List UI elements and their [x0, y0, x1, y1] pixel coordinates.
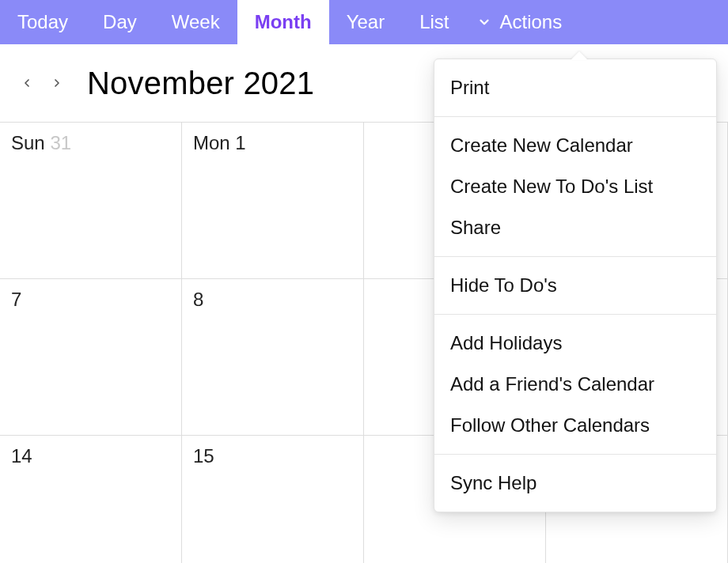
day-prefix: Sun	[11, 132, 50, 153]
actions-dropdown: Print Create New Calendar Create New To …	[434, 59, 717, 512]
dropdown-section: Print	[434, 59, 716, 116]
day-number: 8	[193, 289, 203, 310]
day-number: 14	[11, 445, 32, 467]
toolbar-day[interactable]: Day	[85, 0, 154, 44]
action-hide-todos[interactable]: Hide To Do's	[434, 265, 716, 306]
action-sync-help[interactable]: Sync Help	[434, 463, 716, 504]
toolbar-year[interactable]: Year	[329, 0, 403, 44]
day-number: 1	[235, 132, 245, 153]
action-create-new-calendar[interactable]: Create New Calendar	[434, 125, 716, 166]
dropdown-section: Create New Calendar Create New To Do's L…	[434, 116, 716, 256]
day-number: 15	[193, 445, 214, 467]
action-add-friends-calendar[interactable]: Add a Friend's Calendar	[434, 364, 716, 405]
calendar-cell[interactable]: Mon 1	[182, 123, 364, 278]
toolbar-actions-label: Actions	[499, 11, 562, 33]
calendar-cell[interactable]: 14	[0, 436, 182, 563]
toolbar-week[interactable]: Week	[154, 0, 237, 44]
action-share[interactable]: Share	[434, 207, 716, 248]
month-title: November 2021	[87, 66, 314, 101]
dropdown-section: Add Holidays Add a Friend's Calendar Fol…	[434, 314, 716, 454]
toolbar-actions[interactable]: Actions	[466, 0, 579, 44]
dropdown-section: Hide To Do's	[434, 256, 716, 314]
calendar-cell[interactable]: 15	[182, 436, 364, 563]
action-print[interactable]: Print	[434, 67, 716, 108]
next-month-button[interactable]	[46, 67, 68, 99]
dropdown-section: Sync Help	[434, 454, 716, 512]
day-number: 7	[11, 289, 21, 310]
chevron-down-icon	[477, 15, 491, 29]
day-number: 31	[50, 132, 71, 153]
calendar-cell[interactable]: 7	[0, 279, 182, 435]
prev-month-button[interactable]	[16, 67, 38, 99]
calendar-cell[interactable]: Sun 31	[0, 123, 182, 278]
toolbar-list[interactable]: List	[402, 0, 466, 44]
calendar-cell[interactable]: 8	[182, 279, 364, 435]
toolbar-today[interactable]: Today	[0, 0, 85, 44]
toolbar-month[interactable]: Month	[237, 0, 329, 44]
day-prefix: Mon	[193, 132, 235, 153]
action-create-new-todo-list[interactable]: Create New To Do's List	[434, 166, 716, 207]
action-follow-other-calendars[interactable]: Follow Other Calendars	[434, 405, 716, 446]
action-add-holidays[interactable]: Add Holidays	[434, 323, 716, 364]
view-toolbar: Today Day Week Month Year List Actions	[0, 0, 728, 44]
